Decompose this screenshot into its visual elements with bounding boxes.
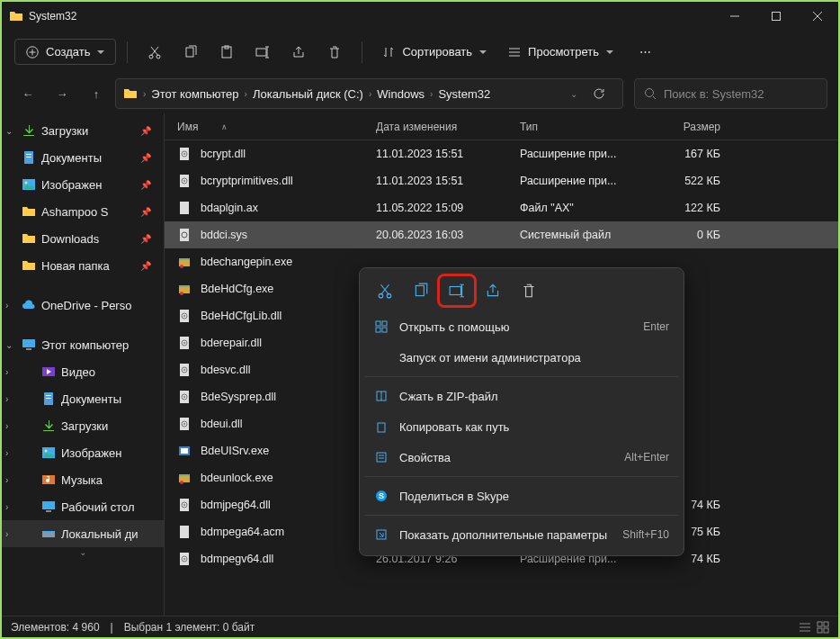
ctx-copy-button[interactable] xyxy=(405,277,437,304)
column-header-date[interactable]: Дата изменения xyxy=(376,121,520,133)
desktop-icon xyxy=(41,500,56,514)
ctx-open-with[interactable]: Открыть с помощью Enter xyxy=(365,311,678,342)
copy-button[interactable] xyxy=(174,36,207,68)
crumb-windows[interactable]: Windows xyxy=(377,87,424,101)
column-header-size[interactable]: Размер xyxy=(641,121,738,133)
image-icon xyxy=(41,446,56,460)
file-icon xyxy=(177,174,192,188)
ctx-show-more[interactable]: Показать дополнительные параметры Shift+… xyxy=(365,519,678,550)
svg-rect-71 xyxy=(818,622,822,626)
svg-point-14 xyxy=(25,182,28,184)
file-name: bdesvc.dll xyxy=(201,364,251,376)
svg-text:S: S xyxy=(379,491,384,500)
file-type: Системный файл xyxy=(520,229,641,241)
svg-rect-16 xyxy=(26,348,31,350)
sidebar-sub-item[interactable]: ›Документы xyxy=(2,385,164,412)
sidebar-item[interactable]: Изображен📌 xyxy=(2,171,164,198)
view-button[interactable]: Просмотреть xyxy=(499,40,622,64)
chevron-down-icon[interactable]: ⌄ xyxy=(570,89,577,99)
file-name: bdeunlock.exe xyxy=(201,472,273,484)
folder-icon xyxy=(22,204,36,219)
ctx-run-as-admin[interactable]: Запуск от имени администратора xyxy=(365,342,678,373)
svg-rect-73 xyxy=(818,628,822,633)
file-name: BdeUISrv.exe xyxy=(201,445,269,457)
column-header-name[interactable]: Имя∧ xyxy=(165,121,376,133)
forward-button[interactable]: → xyxy=(47,78,77,109)
file-row[interactable]: bdaplgin.ax11.05.2022 15:09Файл "AX"122 … xyxy=(165,194,838,221)
close-button[interactable] xyxy=(797,2,838,31)
sidebar-item-this-pc[interactable]: ⌄ Этот компьютер xyxy=(2,331,164,358)
search-input[interactable]: Поиск в: System32 xyxy=(634,78,827,109)
sidebar-item-label: Рабочий стол xyxy=(61,500,135,514)
maximize-button[interactable] xyxy=(755,2,797,31)
file-name: BdeSysprep.dll xyxy=(201,391,276,403)
file-row[interactable]: bcrypt.dll11.01.2023 15:51Расширение при… xyxy=(165,140,838,167)
share-button[interactable] xyxy=(282,36,315,68)
sidebar-item[interactable]: Документы📌 xyxy=(2,144,164,171)
cut-button[interactable] xyxy=(139,36,171,68)
ctx-cut-button[interactable] xyxy=(369,277,401,304)
rename-button[interactable] xyxy=(246,36,279,68)
sidebar-sub-item[interactable]: ›Рабочий стол xyxy=(2,493,164,520)
sidebar-item[interactable]: ⌄Загрузки📌 xyxy=(2,117,164,144)
sidebar-item-onedrive[interactable]: › OneDrive - Perso xyxy=(2,292,164,319)
svg-rect-21 xyxy=(43,430,54,431)
ctx-compress-zip[interactable]: Сжать в ZIP-файл xyxy=(365,381,678,411)
titlebar: System32 xyxy=(2,2,838,31)
file-icon xyxy=(177,525,192,539)
file-row[interactable]: bcryptprimitives.dll11.01.2023 15:51Расш… xyxy=(165,167,838,194)
status-selection: Выбран 1 элемент: 0 байт xyxy=(124,621,255,634)
file-icon xyxy=(177,282,192,296)
pin-icon: 📌 xyxy=(140,180,151,190)
svg-rect-60 xyxy=(181,448,188,454)
file-size: 167 КБ xyxy=(641,148,738,160)
svg-rect-80 xyxy=(382,321,387,326)
search-icon xyxy=(644,87,657,100)
up-button[interactable]: ↑ xyxy=(81,78,112,109)
ctx-share-button[interactable] xyxy=(477,277,509,304)
new-button[interactable]: Создать xyxy=(14,39,116,65)
skype-icon: S xyxy=(374,490,389,502)
svg-rect-74 xyxy=(824,628,828,633)
chevron-right-icon: › xyxy=(5,502,8,512)
sidebar-sub-item[interactable]: ›Загрузки xyxy=(2,412,164,439)
ctx-rename-button[interactable] xyxy=(441,277,473,304)
sidebar-item[interactable]: Новая папка📌 xyxy=(2,252,164,279)
sidebar-item[interactable]: Downloads📌 xyxy=(2,225,164,252)
sort-label: Сортировать xyxy=(402,45,472,58)
crumb-system32[interactable]: System32 xyxy=(438,87,490,101)
refresh-button[interactable] xyxy=(583,87,615,100)
folder-icon xyxy=(22,258,36,273)
sidebar-sub-item[interactable]: ›Видео xyxy=(2,358,164,385)
svg-point-23 xyxy=(45,450,48,453)
sidebar-item[interactable]: Ashampoo S📌 xyxy=(2,198,164,225)
ctx-delete-button[interactable] xyxy=(513,277,545,304)
delete-button[interactable] xyxy=(318,36,351,68)
icons-view-icon[interactable] xyxy=(817,621,829,634)
paste-button[interactable] xyxy=(210,36,243,68)
column-header-type[interactable]: Тип xyxy=(520,121,641,133)
sidebar-sub-item[interactable]: ›Музыка xyxy=(2,466,164,493)
svg-rect-12 xyxy=(26,157,31,158)
sidebar-sub-item[interactable]: ›Локальный ди xyxy=(2,520,164,547)
more-button[interactable]: ⋯ xyxy=(630,36,662,68)
ctx-share-skype[interactable]: S Поделиться в Skype xyxy=(365,481,678,511)
pin-icon: 📌 xyxy=(140,234,151,244)
ctx-properties[interactable]: Свойства Alt+Enter xyxy=(365,442,678,472)
sidebar-sub-item[interactable]: ›Изображен xyxy=(2,439,164,466)
sidebar-item-label: Музыка xyxy=(61,473,103,487)
ctx-copy-path[interactable]: Копировать как путь xyxy=(365,411,678,442)
file-row[interactable]: bddci.sys20.06.2023 16:03Системный файл0… xyxy=(165,221,838,248)
crumb-c-drive[interactable]: Локальный диск (C:) xyxy=(253,87,363,101)
sidebar-item-label: Видео xyxy=(61,365,95,379)
crumb-this-pc[interactable]: Этот компьютер xyxy=(151,87,238,101)
address-bar[interactable]: › Этот компьютер › Локальный диск (C:) ›… xyxy=(115,78,623,109)
file-icon xyxy=(177,417,192,431)
file-icon xyxy=(177,471,192,485)
details-view-icon[interactable] xyxy=(799,621,811,634)
back-button[interactable]: ← xyxy=(13,78,43,109)
chevron-down-icon xyxy=(606,49,613,56)
sort-button[interactable]: Сортировать xyxy=(373,40,496,64)
new-button-label: Создать xyxy=(46,45,90,58)
minimize-button[interactable] xyxy=(714,2,755,31)
